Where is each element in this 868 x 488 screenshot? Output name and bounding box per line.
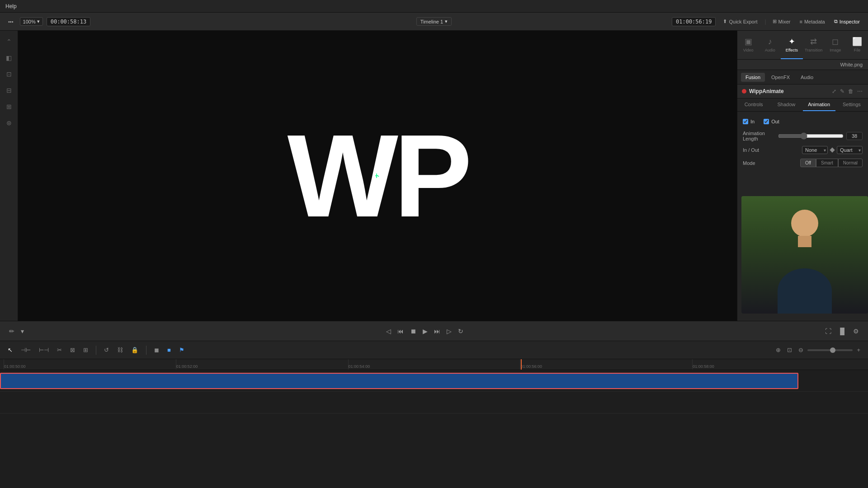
zoom-fit-btn[interactable]: ⊡ [785,345,794,355]
flag-btn[interactable]: ⚑ [177,345,187,355]
transport-bar: ✏ ▾ ◁ ⏮ ⏹ ▶ ⏭ ▷ ↻ [0,321,868,341]
effects-panel-icon: ✦ [788,37,795,47]
animation-in-checkbox-label[interactable]: In [743,119,755,124]
animation-length-slider[interactable] [778,132,844,140]
snap-btn[interactable]: ↺ [102,345,111,355]
panel-bottom-area [737,173,868,321]
panel-tab-image[interactable]: ◻ Image [825,31,846,59]
link-btn[interactable]: ⛓ [115,345,125,355]
ruler-mark-1: 01:00:52:00 [176,359,348,370]
play-btn[interactable]: ▶ [421,326,429,337]
panel-tab-file[interactable]: ⬜ File [846,31,868,59]
settings-btn[interactable]: ⚙ [851,326,861,337]
panel-tab-transition-label: Transition [805,48,822,52]
effect-more-btn[interactable]: ⋯ [856,87,863,95]
sidebar-tool-2[interactable]: ⊡ [2,67,16,81]
inspector-button[interactable]: ⧉ Inspector [831,17,863,26]
transport-chevron-down[interactable]: ▾ [19,326,26,337]
metadata-label: Metadata [804,19,825,24]
marker-tool-btn[interactable]: ✏ [7,326,16,337]
sidebar-tool-4[interactable]: ⊞ [2,99,16,114]
lock-icon: 🔒 [131,347,138,353]
animation-in-easing-select[interactable]: None Linear Ease [802,146,828,154]
fullscreen-btn[interactable]: ⛶ [823,326,833,337]
audio-meter-btn[interactable]: ▐▌ [836,326,849,337]
zoom-plus-btn[interactable]: + [854,345,863,355]
animation-out-easing-wrapper: Quart None Linear [837,146,863,154]
mixer-button[interactable]: ⊞ Mixer [770,17,793,26]
effect-tab-settings[interactable]: Settings [835,99,868,111]
sub-tab-fusion[interactable]: Fusion [741,73,765,82]
color-btn[interactable]: ■ [165,345,173,355]
effect-tab-controls[interactable]: Controls [737,99,770,111]
skip-back-btn[interactable]: ⏮ [396,326,406,337]
cursor-indicator [372,171,381,180]
quick-export-button[interactable]: ⬆ Quick Export [719,17,761,26]
sidebar-tool-5[interactable]: ⊛ [2,116,16,130]
sidebar-collapse-btn[interactable]: ⌃ [2,34,16,49]
sidebar-tool-3[interactable]: ⊟ [2,83,16,98]
animation-length-value[interactable]: 38 [846,132,863,140]
transport-controls: ◁ ⏮ ⏹ ▶ ⏭ ▷ ↻ [384,326,465,337]
inspector-label: Inspector [840,19,860,24]
zoom-in-btn[interactable]: ⊕ [774,345,783,355]
timecode-display[interactable]: 00:00:58:13 [47,17,90,26]
video-preview: WP [18,31,737,321]
track-select-btn[interactable]: ◼ [152,345,161,355]
blade-btn[interactable]: ✂ [55,345,64,355]
trim-tool-btn[interactable]: ⊣⊢ [19,345,33,355]
mode-off-button[interactable]: Off [800,159,816,167]
animation-mode-row: Mode Off Smart Normal [743,159,863,167]
slip-btn[interactable]: ⊠ [68,345,77,355]
timeline-selector[interactable]: Timeline 1 ▾ [416,17,452,26]
animation-out-checkbox-label[interactable]: Out [764,119,779,124]
panel-tab-video[interactable]: ▣ Video [737,31,759,59]
zoom-display[interactable]: 100% ▾ [20,17,43,26]
effect-expand-btn[interactable]: ⤢ [831,87,837,95]
effect-edit-btn[interactable]: ✎ [839,87,845,95]
main-toolbar: ••• 100% ▾ 00:00:58:13 Timeline 1 ▾ 01:0… [0,13,868,31]
panel-tab-effects[interactable]: ✦ Effects [781,31,802,59]
animation-length-label: Animation Length [743,131,775,141]
prev-frame-btn[interactable]: ◁ [384,326,393,337]
panel-tab-file-label: File [854,48,861,52]
animation-out-checkbox[interactable] [764,119,769,124]
effect-tab-shadow[interactable]: Shadow [770,99,802,111]
color-icon: ■ [167,347,171,353]
slip-icon: ⊠ [70,347,75,353]
mode-smart-button[interactable]: Smart [816,159,838,167]
zoom-out-btn[interactable]: ⊖ [796,345,806,355]
animation-in-checkbox[interactable] [743,119,748,124]
skip-fwd-btn[interactable]: ⏭ [432,326,442,337]
track-row-1 [0,370,868,392]
track-clip-1[interactable] [0,373,798,389]
loop-btn[interactable]: ↻ [456,326,465,337]
effect-delete-btn[interactable]: 🗑 [847,87,854,95]
animation-out-easing-select[interactable]: Quart None Linear [837,146,863,154]
ruler-marks-container: 01:00:50:00 01:00:52:00 01:00:54:00 01:0… [0,359,868,370]
menu-help[interactable]: Help [5,3,17,9]
toolbar-menu-btn[interactable]: ••• [5,17,16,26]
select-tool-btn[interactable]: ↖ [5,345,15,355]
lock-btn[interactable]: 🔒 [129,345,141,355]
metadata-button[interactable]: ≡ Metadata [797,17,827,26]
effect-active-dot [742,89,746,94]
dynamic-trim-btn[interactable]: ⊢⊣ [37,345,51,355]
sidebar-tool-1[interactable]: ◧ [2,51,16,65]
mode-normal-button[interactable]: Normal [838,159,863,167]
zoom-chevron-icon: ▾ [37,19,40,24]
effect-tab-animation[interactable]: Animation [803,99,835,111]
slide-btn[interactable]: ⊞ [81,345,90,355]
panel-tab-transition[interactable]: ⇄ Transition [803,31,825,59]
magnify-out-icon: ⊖ [798,347,803,353]
stop-btn[interactable]: ⏹ [408,326,418,337]
transport-left-tools: ✏ ▾ [7,326,26,337]
animation-in-out-row: In Out [743,117,863,126]
animation-inout-label: In / Out [743,147,799,153]
panel-tab-audio[interactable]: ♪ Audio [759,31,781,59]
sub-tab-audio[interactable]: Audio [796,73,818,82]
next-frame-btn[interactable]: ▷ [445,326,453,337]
sub-tab-openfx[interactable]: OpenFX [767,73,794,82]
ruler-mark-3: 01:00:56:00 [520,359,692,370]
tool-5-icon: ⊛ [6,119,12,127]
